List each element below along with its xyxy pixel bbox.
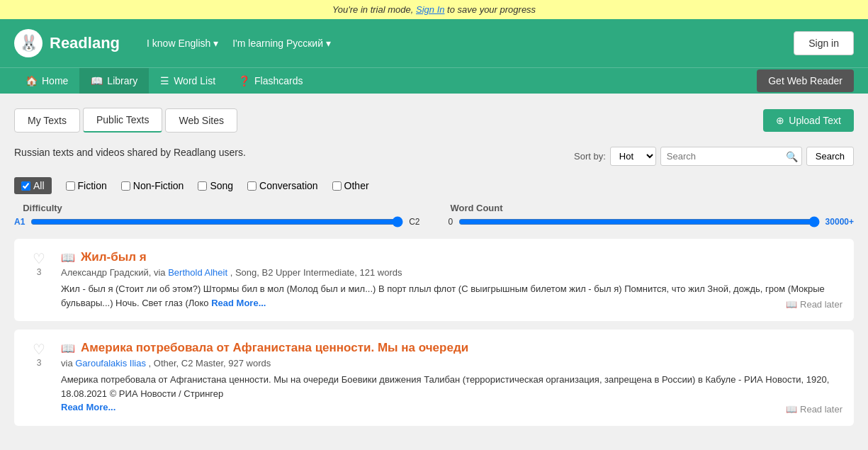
read-later-label-0: Read later — [800, 299, 842, 310]
card-body-0: 📖 Жил-был я Александр Градский, via Bert… — [61, 250, 840, 310]
trial-text-after: to save your progress — [447, 4, 536, 15]
tab-web-sites[interactable]: Web Sites — [165, 108, 237, 133]
card-excerpt-text-1: Америка потребовала от Афганистана ценно… — [61, 374, 829, 399]
card-meta-suffix-0: , Song, B2 Upper Intermediate, 121 words — [230, 267, 402, 278]
text-card-0: ♡ 3 📖 Жил-был я Александр Градский, via … — [14, 239, 854, 321]
home-icon: 🏠 — [26, 75, 38, 86]
main-content: My Texts Public Texts Web Sites ⊕ Upload… — [0, 94, 868, 450]
difficulty-slider-group: A1 C2 — [14, 216, 420, 227]
cat-all-checkbox[interactable] — [21, 181, 30, 191]
wordcount-end-label: 30000+ — [825, 217, 854, 227]
cat-song[interactable]: Song — [198, 180, 233, 191]
difficulty-start-label: A1 — [14, 217, 25, 227]
subnav-label-wordlist: Word List — [174, 75, 215, 86]
wordcount-slider-group: 0 30000+ — [449, 216, 855, 227]
heart-area-1: ♡ 3 — [28, 341, 50, 415]
sliders-row: A1 C2 0 30000+ — [14, 216, 854, 227]
navbar: 🐰 Readlang I know English I'm learning Р… — [0, 19, 868, 67]
description-text: Russian texts and videos shared by Readl… — [14, 147, 568, 158]
subnav-item-flashcards[interactable]: ❓ Flashcards — [227, 68, 314, 94]
card-title-0: 📖 Жил-был я — [61, 250, 840, 264]
sort-select[interactable]: Hot New Top — [610, 147, 656, 166]
heart-count-0: 3 — [37, 267, 42, 277]
card-title-text-1[interactable]: Америка потребовала от Афганистана ценно… — [81, 341, 468, 355]
heart-count-1: 3 — [37, 358, 42, 368]
cat-all[interactable]: All — [14, 177, 52, 194]
card-excerpt-1: Америка потребовала от Афганистана ценно… — [61, 373, 840, 415]
card-meta-text-0: Александр Градский, via — [61, 267, 168, 278]
sign-in-link[interactable]: Sign In — [416, 4, 444, 15]
wordcount-label-group: Word Count — [449, 203, 855, 213]
subnav-label-home: Home — [42, 75, 68, 86]
sign-in-button[interactable]: Sign in — [794, 31, 854, 55]
heart-icon-0[interactable]: ♡ — [33, 250, 45, 267]
logo-area: 🐰 Readlang — [14, 29, 120, 57]
subnav-item-home[interactable]: 🏠 Home — [14, 68, 79, 94]
im-learning-dropdown[interactable]: I'm learning Русский — [227, 35, 337, 52]
read-more-link-1[interactable]: Read More... — [61, 402, 115, 412]
card-author-link-0[interactable]: Berthold Alheit — [168, 267, 227, 278]
difficulty-slider[interactable] — [30, 216, 403, 227]
tab-my-texts[interactable]: My Texts — [14, 108, 80, 133]
cat-conversation[interactable]: Conversation — [247, 180, 318, 191]
cat-nonfiction-label: Non-Fiction — [133, 180, 184, 191]
heart-area-0: ♡ 3 — [28, 250, 50, 310]
get-web-reader-button[interactable]: Get Web Reader — [757, 69, 854, 92]
sort-area: Sort by: Hot New Top 🔍 Search — [574, 147, 854, 166]
read-later-0[interactable]: 📖 Read later — [786, 299, 842, 310]
read-later-label-1: Read later — [800, 404, 842, 415]
trial-text: You're in trial mode, — [332, 4, 414, 15]
card-meta-1: via Garoufalakis Ilias , Other, C2 Maste… — [61, 358, 840, 369]
card-title-text-0[interactable]: Жил-был я — [81, 250, 147, 264]
search-input[interactable] — [660, 147, 802, 166]
heart-icon-1[interactable]: ♡ — [33, 341, 45, 358]
cat-all-label: All — [33, 180, 45, 191]
cat-fiction-checkbox[interactable] — [66, 181, 75, 191]
filter-row: Russian texts and videos shared by Readl… — [14, 147, 854, 166]
trial-banner: You're in trial mode, Sign In to save yo… — [0, 0, 868, 19]
cat-nonfiction[interactable]: Non-Fiction — [121, 180, 184, 191]
read-more-link-0[interactable]: Read More... — [211, 298, 266, 308]
card-body-1: 📖 Америка потребовала от Афганистана цен… — [61, 341, 840, 415]
sort-by-label: Sort by: — [574, 151, 606, 162]
card-meta-suffix-1: , Other, C2 Master, 927 words — [149, 358, 271, 369]
subnav-item-library[interactable]: 📖 Library — [79, 68, 149, 94]
flashcards-icon: ❓ — [238, 75, 250, 86]
cat-fiction-label: Fiction — [78, 180, 107, 191]
difficulty-slider-range — [30, 216, 403, 227]
cat-fiction[interactable]: Fiction — [66, 180, 107, 191]
read-later-icon-1: 📖 — [786, 404, 797, 415]
nav-links: I know English I'm learning Русский — [141, 35, 794, 52]
book-icon-1: 📖 — [61, 342, 75, 355]
i-know-dropdown[interactable]: I know English — [141, 35, 224, 52]
wordlist-icon: ☰ — [160, 75, 169, 86]
subnav: 🏠 Home 📖 Library ☰ Word List ❓ Flashcard… — [0, 67, 868, 94]
cat-song-label: Song — [210, 180, 233, 191]
card-meta-0: Александр Градский, via Berthold Alheit … — [61, 267, 840, 278]
cat-song-checkbox[interactable] — [198, 181, 207, 191]
cat-nonfiction-checkbox[interactable] — [121, 181, 130, 191]
cat-conversation-checkbox[interactable] — [247, 181, 257, 191]
cat-other[interactable]: Other — [332, 180, 369, 191]
upload-label: Upload Text — [789, 115, 841, 126]
search-button[interactable]: Search — [806, 147, 854, 166]
difficulty-label-group: Difficulty — [14, 203, 420, 213]
upload-icon: ⊕ — [776, 115, 784, 126]
card-author-link-1[interactable]: Garoufalakis Ilias — [75, 358, 146, 369]
search-icon: 🔍 — [786, 151, 798, 162]
card-excerpt-text-0: Жил - был я (Стоит ли об этом?) Штормы б… — [61, 283, 825, 308]
categories-row: All Fiction Non-Fiction Song Conversatio… — [14, 177, 854, 194]
tab-public-texts[interactable]: Public Texts — [83, 108, 162, 133]
card-meta-prefix-1: via — [61, 358, 75, 369]
wordcount-slider[interactable] — [458, 216, 819, 227]
wordcount-start-label: 0 — [449, 217, 453, 227]
upload-text-button[interactable]: ⊕ Upload Text — [763, 109, 854, 132]
subnav-item-wordlist[interactable]: ☰ Word List — [149, 68, 227, 94]
text-card-1: ♡ 3 📖 Америка потребовала от Афганистана… — [14, 330, 854, 426]
read-later-1[interactable]: 📖 Read later — [786, 404, 842, 415]
cat-other-checkbox[interactable] — [332, 181, 342, 191]
card-title-1: 📖 Америка потребовала от Афганистана цен… — [61, 341, 840, 355]
wordcount-title: Word Count — [449, 203, 505, 213]
subnav-label-flashcards: Flashcards — [254, 75, 303, 86]
library-icon: 📖 — [91, 75, 103, 86]
